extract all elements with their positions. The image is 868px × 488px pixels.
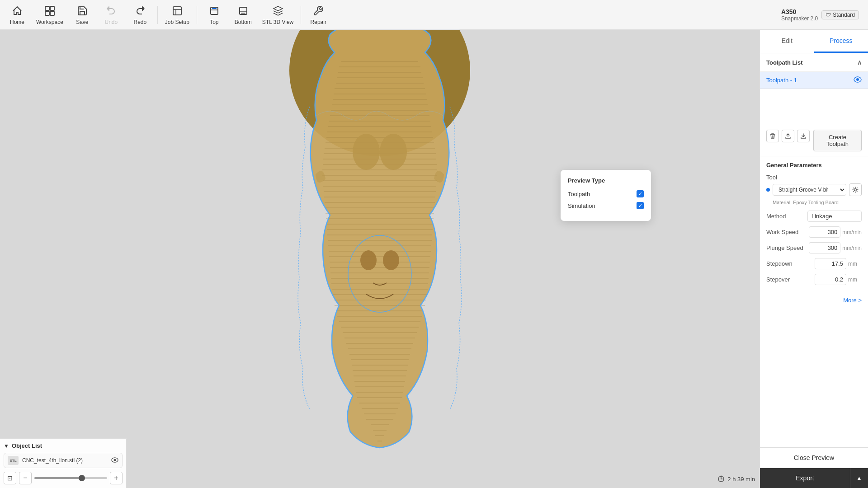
bottom-icon	[237, 5, 250, 17]
workspace-label: Workspace	[36, 19, 63, 25]
toolbar-job-setup[interactable]: Job Setup	[161, 3, 193, 27]
toolbar-redo[interactable]: Redo	[127, 3, 154, 27]
object-list-item[interactable]: STL CNC_test_4th_lion.stl (2)	[4, 453, 123, 468]
material-info: Material: Epoxy Tooling Board	[766, 200, 862, 205]
work-speed-label: Work Speed	[766, 229, 798, 235]
object-visibility-icon[interactable]	[111, 457, 118, 464]
tab-edit[interactable]: Edit	[760, 30, 814, 53]
toolpath-item-label: Toolpath - 1	[766, 77, 797, 84]
object-list-header: ▼ Object List	[4, 442, 123, 449]
stepover-label: Stepover	[766, 276, 790, 283]
svg-rect-0	[45, 6, 49, 10]
svg-point-96	[854, 189, 857, 191]
general-parameters-title: General Parameters	[766, 162, 862, 169]
main-area: Preview Type Toolpath ✓ Simulation ✓ ▼ O…	[0, 30, 868, 488]
device-name: A350	[781, 8, 818, 15]
toolbar-save[interactable]: Save	[69, 3, 96, 27]
shield-icon: 🛡	[826, 12, 831, 18]
toolpath-actions: Create Toolpath	[760, 125, 868, 156]
simulation-option-label: Simulation	[568, 202, 595, 209]
stepover-value: mm	[815, 274, 862, 285]
timer-value: 2 h 39 min	[727, 476, 755, 483]
job-setup-label: Job Setup	[165, 19, 189, 25]
toolbar-sep-3	[301, 6, 301, 24]
object-list-chevron[interactable]: ▼	[4, 443, 9, 449]
method-row: Method Linkage	[766, 211, 862, 222]
timer-icon	[717, 475, 725, 483]
more-link[interactable]: More >	[760, 295, 868, 309]
svg-point-83	[353, 134, 380, 170]
export-row: Export ▲	[760, 468, 868, 488]
tool-settings-button[interactable]	[849, 183, 862, 196]
download-toolpath-icon[interactable]	[797, 130, 810, 142]
toolpath-list-header: Toolpath List ∧	[760, 53, 868, 72]
top-label: Top	[210, 19, 218, 25]
stepover-row: Stepover mm	[766, 274, 862, 285]
method-select[interactable]: Linkage	[807, 211, 862, 222]
delete-toolpath-icon[interactable]	[766, 130, 779, 142]
device-info: A350 Snapmaker 2.0 🛡 Standard	[781, 8, 864, 22]
svg-point-89	[114, 459, 116, 461]
workspace-icon	[43, 5, 56, 17]
work-speed-row: Work Speed mm/min	[766, 226, 862, 238]
timer: 2 h 39 min	[717, 475, 755, 483]
create-toolpath-button[interactable]: Create Toolpath	[813, 130, 862, 151]
top-icon	[208, 5, 221, 17]
work-speed-input[interactable]	[809, 226, 840, 238]
redo-icon	[134, 5, 146, 17]
zoom-out-icon[interactable]: −	[19, 472, 32, 484]
export-dropdown-button[interactable]: ▲	[850, 468, 868, 488]
tab-process[interactable]: Process	[814, 30, 868, 53]
work-speed-value: mm/min	[809, 226, 862, 238]
panel-tabs: Edit Process	[760, 30, 868, 53]
tool-select[interactable]: Straight Groove V-bit	[773, 184, 846, 196]
plunge-speed-value: mm/min	[809, 242, 862, 253]
device-standard-badge[interactable]: 🛡 Standard	[821, 10, 859, 19]
svg-rect-3	[50, 11, 54, 15]
toolpath-checkbox[interactable]: ✓	[637, 190, 644, 197]
toolpath-visibility-icon[interactable]	[854, 76, 862, 84]
svg-rect-1	[50, 6, 54, 10]
toolbar-home[interactable]: Home	[4, 3, 31, 27]
zoom-slider[interactable]	[34, 477, 107, 479]
viewport[interactable]: Preview Type Toolpath ✓ Simulation ✓ ▼ O…	[0, 30, 760, 488]
undo-icon	[105, 5, 118, 17]
export-button[interactable]: Export	[760, 468, 850, 488]
toolbar-undo[interactable]: Undo	[98, 3, 125, 27]
toolpath-list-expand-icon[interactable]: ∧	[857, 59, 862, 66]
method-label: Method	[766, 213, 786, 220]
stepdown-value: mm	[815, 258, 862, 269]
stl-file-icon: STL	[8, 456, 19, 465]
toolbar-workspace[interactable]: Workspace	[33, 3, 67, 27]
toolbar-sep-2	[197, 6, 197, 24]
close-preview-button[interactable]: Close Preview	[760, 448, 868, 468]
svg-rect-4	[173, 7, 181, 15]
stl-3d-view-icon	[272, 5, 284, 17]
object-list-item-name: CNC_test_4th_lion.stl (2)	[22, 457, 83, 464]
toolpath-empty-area	[760, 89, 868, 125]
toolbar-stl-3d-view[interactable]: STL 3D View	[259, 3, 297, 27]
toolbar-bottom[interactable]: Bottom	[230, 3, 257, 27]
toolbar-top[interactable]: Top	[201, 3, 228, 27]
plunge-speed-unit: mm/min	[842, 245, 862, 251]
preview-type-title: Preview Type	[568, 177, 644, 184]
zoom-in-icon[interactable]: +	[110, 472, 123, 484]
standard-badge-label: Standard	[833, 12, 855, 18]
zoom-fit-icon[interactable]: ⊡	[4, 472, 16, 484]
tool-indicator	[766, 188, 770, 192]
plunge-speed-label: Plunge Speed	[766, 244, 803, 251]
preview-type-popup: Preview Type Toolpath ✓ Simulation ✓	[561, 170, 651, 221]
stepdown-input[interactable]	[815, 258, 846, 269]
stepover-input[interactable]	[815, 274, 846, 285]
device-version: Snapmaker 2.0	[781, 15, 818, 22]
simulation-checkbox[interactable]: ✓	[637, 202, 644, 209]
toolbar-repair[interactable]: Repair	[305, 3, 332, 27]
plunge-speed-input[interactable]	[809, 242, 840, 253]
svg-rect-2	[45, 11, 49, 15]
toolpath-preview-option: Toolpath ✓	[568, 190, 644, 197]
toolpath-option-label: Toolpath	[568, 191, 590, 197]
toolpath-item[interactable]: Toolpath - 1	[760, 72, 868, 89]
upload-toolpath-icon[interactable]	[782, 130, 794, 142]
stepdown-label: Stepdown	[766, 260, 793, 267]
panel-content: Toolpath List ∧ Toolpath - 1	[760, 53, 868, 447]
